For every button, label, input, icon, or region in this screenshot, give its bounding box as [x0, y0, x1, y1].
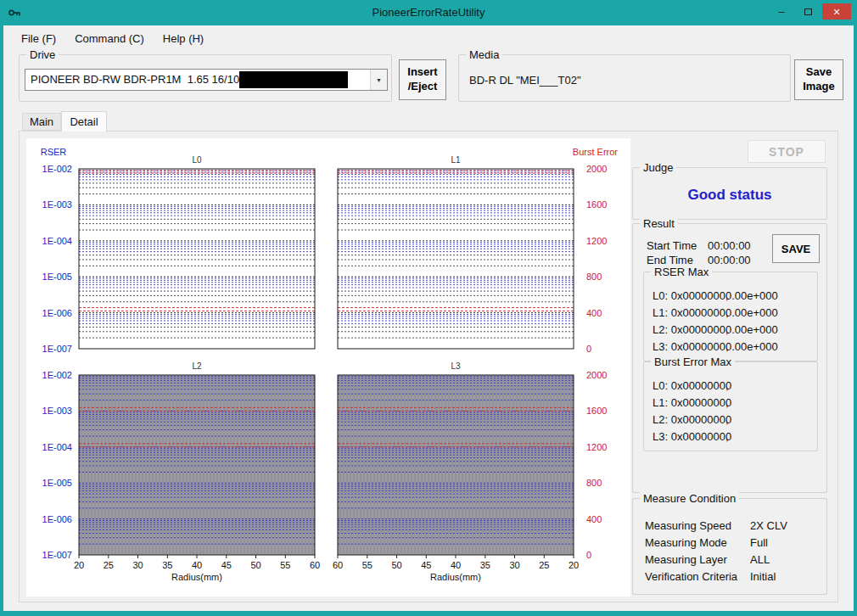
burst-row-label: L3: 0x0000000,: [653, 430, 725, 443]
end-time-label: End Time: [647, 254, 708, 266]
y-tick-left: 1E-005: [42, 272, 72, 282]
chart-panel: RSERBurst Error1E-0021E-0031E-0041E-0051…: [26, 138, 630, 596]
drive-combobox[interactable]: PIONEER BD-RW BDR-PR1M 1.65 16/10/05 ▼: [25, 69, 388, 91]
drive-combobox-value: PIONEER BD-RW BDR-PR1M 1.65 16/10/05: [31, 73, 255, 86]
detail-tab-panel: RSERBurst Error1E-0021E-0031E-0041E-0051…: [19, 131, 838, 602]
end-time-row: End Time 00:00:00: [647, 254, 751, 266]
y-tick-left: 1E-004: [42, 442, 72, 452]
rser-row-label: L2: 0x0000000,: [653, 323, 725, 336]
menu-help[interactable]: Help (H): [154, 29, 213, 48]
maximize-icon: [804, 8, 812, 15]
rser-row-value: 0.00e+000: [725, 323, 778, 336]
measure-condition-label: Measure Condition: [640, 492, 739, 505]
x-tick: 35: [162, 560, 172, 570]
media-group-label: Media: [466, 48, 502, 61]
x-tick: 60: [310, 560, 320, 570]
start-time-row: Start Time 00:00:00: [647, 239, 751, 252]
y-tick-right: 2000: [586, 164, 607, 174]
measure-condition-row: Measuring Speed 2X CLV: [645, 519, 787, 532]
maximize-button[interactable]: [796, 3, 820, 20]
burst-row-value: 0: [725, 413, 731, 426]
burst-max-row: L0: 0x0000000, 0: [653, 379, 731, 392]
drive-group: Drive PIONEER BD-RW BDR-PR1M 1.65 16/10/…: [19, 54, 392, 102]
burst-row-value: 0: [725, 379, 731, 392]
burst-row-label: L0: 0x0000000,: [653, 379, 725, 392]
error-rate-charts: RSERBurst Error1E-0021E-0031E-0041E-0051…: [28, 140, 622, 591]
x-tick: 40: [451, 560, 461, 570]
rser-max-row: L3: 0x0000000, 0.00e+000: [653, 340, 778, 353]
condition-label: Measuring Mode: [645, 536, 750, 549]
rser-max-row: L2: 0x0000000, 0.00e+000: [653, 323, 778, 336]
rser-max-group-label: RSER Max: [651, 266, 712, 278]
burst-max-row: L3: 0x0000000, 0: [653, 430, 731, 443]
save-button[interactable]: SAVE: [772, 234, 820, 263]
end-time-value: 00:00:00: [708, 254, 751, 266]
y-tick-right: 1200: [586, 236, 607, 246]
y-tick-right: 1600: [586, 199, 607, 210]
start-time-label: Start Time: [647, 239, 708, 252]
judge-status: Good status: [633, 187, 826, 204]
insert-eject-label-line1: Insert: [407, 65, 437, 80]
y-tick-left: 1E-007: [42, 550, 72, 560]
x-tick: 50: [391, 560, 401, 570]
chart-title: L0: [192, 155, 202, 165]
measure-condition-row: Measuring Layer ALL: [645, 553, 770, 566]
media-group: Media BD-R DL "MEI___T02": [458, 54, 791, 102]
menu-command[interactable]: Command (C): [65, 29, 154, 48]
condition-value: Full: [750, 536, 768, 549]
judge-group-label: Judge: [640, 161, 676, 174]
insert-eject-label-line2: /Eject: [408, 80, 438, 94]
y-tick-left: 1E-002: [42, 370, 72, 380]
rser-row-value: 0.00e+000: [725, 306, 778, 319]
x-tick: 55: [362, 560, 372, 570]
rser-row-label: L1: 0x0000000,: [653, 306, 725, 319]
result-group: Result Start Time 00:00:00 End Time 00:0…: [632, 223, 827, 493]
burst-error-max-group: Burst Error Max L0: 0x0000000, 0 L1: 0x0…: [643, 361, 818, 451]
burst-max-row: L2: 0x0000000, 0: [653, 413, 731, 426]
condition-label: Measuring Speed: [645, 519, 750, 532]
save-image-button[interactable]: Save Image: [794, 59, 843, 100]
tab-detail[interactable]: Detail: [61, 111, 107, 132]
x-tick: 55: [280, 560, 290, 570]
x-axis-title: Radius(mm): [430, 572, 481, 582]
combobox-dropdown-icon[interactable]: ▼: [370, 70, 387, 90]
titlebar[interactable]: PioneerErrorRateUtility – ×: [0, 0, 857, 25]
stop-button[interactable]: STOP: [748, 140, 826, 163]
y-tick-left: 1E-004: [42, 236, 72, 246]
x-tick: 25: [539, 560, 549, 570]
burst-row-value: 0: [725, 396, 731, 409]
y-tick-right: 800: [586, 272, 602, 282]
judge-group: Judge Good status: [632, 167, 827, 220]
chart-title: L2: [192, 361, 202, 371]
y-tick-left: 1E-006: [42, 514, 72, 524]
app-window: PioneerErrorRateUtility – × File (F) Com…: [0, 0, 857, 616]
close-button[interactable]: ×: [822, 3, 851, 20]
menubar: File (F) Command (C) Help (H): [3, 27, 854, 49]
insert-eject-button[interactable]: Insert /Eject: [399, 59, 446, 100]
rser-row-value: 0.00e+000: [725, 289, 778, 302]
condition-value: 2X CLV: [750, 519, 787, 532]
y-tick-right: 1600: [586, 406, 607, 416]
condition-label: Measuring Layer: [645, 553, 750, 566]
y-tick-right: 2000: [586, 370, 607, 380]
burst-row-label: L1: 0x0000000,: [653, 396, 725, 409]
burst-max-row: L1: 0x0000000, 0: [653, 396, 731, 409]
redacted-serial: [239, 71, 348, 88]
x-tick: 20: [74, 560, 84, 570]
start-time-value: 00:00:00: [708, 239, 751, 252]
x-tick: 60: [333, 560, 343, 570]
y-tick-right: 800: [586, 478, 602, 488]
measure-condition-row: Verification Criteria Initial: [645, 570, 776, 583]
condition-value: Initial: [750, 570, 776, 583]
condition-value: ALL: [750, 553, 770, 566]
minimize-button[interactable]: –: [770, 3, 793, 20]
tab-main[interactable]: Main: [22, 113, 61, 131]
drive-group-label: Drive: [26, 48, 59, 61]
condition-label: Verification Criteria: [645, 570, 750, 583]
measure-condition-row: Measuring Mode Full: [645, 536, 768, 549]
x-tick: 40: [192, 560, 202, 570]
y-tick-left: 1E-003: [42, 199, 72, 210]
rser-max-group: RSER Max L0: 0x0000000, 0.00e+000 L1: 0x…: [643, 272, 818, 361]
y-tick-left: 1E-007: [42, 344, 72, 354]
menu-file[interactable]: File (F): [12, 29, 65, 48]
